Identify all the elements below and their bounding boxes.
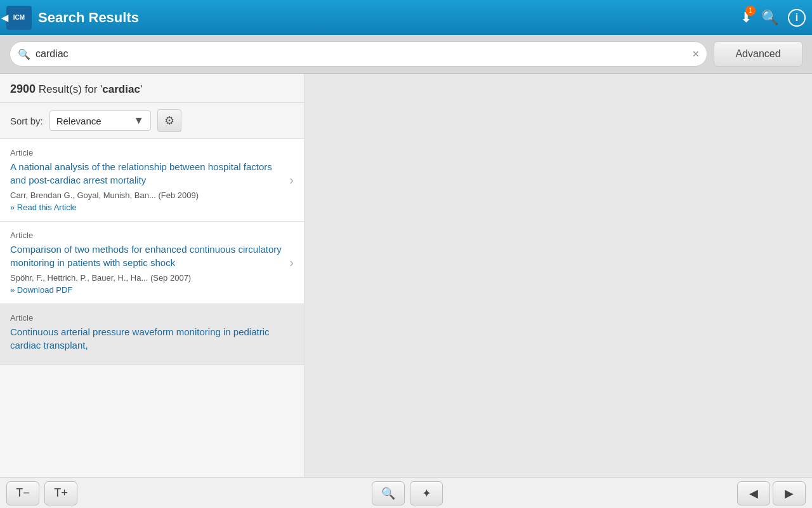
download-button[interactable]: ⬇ 1 [740, 10, 752, 26]
prev-icon: ◀ [749, 486, 758, 500]
action-icon: ✦ [422, 486, 431, 500]
search-box: 🔍 × [10, 41, 707, 67]
search-input[interactable] [36, 48, 692, 60]
prev-button[interactable]: ◀ [737, 481, 770, 505]
header-right: ⬇ 1 🔍 i [740, 9, 806, 27]
article-content: Article Continuous arterial pressure wav… [10, 313, 294, 356]
article-item[interactable]: Article A national analysis of the relat… [0, 139, 304, 222]
search-button[interactable]: 🔍 [761, 10, 778, 26]
article-title: A national analysis of the relationship … [10, 160, 284, 187]
info-icon: i [788, 9, 806, 27]
results-label: Result(s) for ' [39, 83, 103, 95]
results-closing: ' [140, 83, 142, 95]
increase-font-button[interactable]: T+ [44, 481, 77, 505]
next-button[interactable]: ▶ [773, 481, 806, 505]
left-panel: 2900 Result(s) for 'cardiac' Sort by: Re… [0, 74, 304, 477]
chevron-right-icon: › [289, 255, 294, 270]
article-read-link[interactable]: » Read this Article [10, 203, 284, 212]
download-badge: 1 [745, 6, 756, 16]
info-button[interactable]: i [788, 9, 806, 27]
settings-icon: ⚙ [164, 114, 174, 128]
article-type: Article [10, 313, 294, 323]
app-header: ◀ ICM Search Results ⬇ 1 🔍 i [0, 0, 812, 35]
page-title: Search Results [38, 10, 139, 26]
sort-settings-button[interactable]: ⚙ [157, 109, 181, 132]
chevron-down-icon: ▼ [134, 115, 144, 126]
sort-bar: Sort by: Relevance ▼ ⚙ [0, 103, 304, 139]
zoom-button[interactable]: 🔍 [372, 481, 405, 505]
sort-label: Sort by: [10, 116, 43, 126]
results-count: 2900 [10, 83, 36, 95]
next-icon: ▶ [785, 486, 794, 500]
search-icon: 🔍 [761, 10, 778, 25]
results-header: 2900 Result(s) for 'cardiac' [0, 74, 304, 103]
chevron-right-icon: › [289, 173, 294, 187]
article-type: Article [10, 148, 284, 157]
logo-text: ICM [13, 14, 25, 21]
results-query: cardiac [102, 83, 140, 95]
article-download-link[interactable]: » Download PDF [10, 285, 284, 295]
decrease-font-button[interactable]: T− [6, 481, 39, 505]
clear-search-button[interactable]: × [692, 48, 699, 61]
article-authors: Spöhr, F., Hettrich, P., Bauer, H., Ha..… [10, 273, 284, 283]
article-item[interactable]: Article Comparison of two methods for en… [0, 222, 304, 304]
app-logo: ◀ ICM [6, 6, 32, 30]
action-button[interactable]: ✦ [410, 481, 443, 505]
zoom-icon: 🔍 [381, 486, 395, 500]
article-item[interactable]: Article Continuous arterial pressure wav… [0, 304, 304, 365]
article-content: Article A national analysis of the relat… [10, 148, 284, 212]
advanced-button[interactable]: Advanced [714, 41, 802, 67]
article-title: Comparison of two methods for enhanced c… [10, 243, 284, 269]
nav-buttons: ◀ ▶ [737, 481, 806, 505]
right-panel [304, 74, 812, 477]
article-authors: Carr, Brendan G., Goyal, Munish, Ban... … [10, 190, 284, 200]
sort-current-value: Relevance [56, 116, 134, 126]
increase-font-icon: T+ [54, 486, 68, 500]
article-title: Continuous arterial pressure waveform mo… [10, 325, 294, 352]
decrease-font-icon: T− [16, 486, 30, 500]
bottom-toolbar: T− T+ 🔍 ✦ ◀ ▶ [0, 477, 812, 508]
sort-select[interactable]: Relevance ▼ [49, 110, 151, 131]
search-area: 🔍 × Advanced [0, 35, 812, 74]
article-type: Article [10, 231, 284, 240]
main-content: 2900 Result(s) for 'cardiac' Sort by: Re… [0, 74, 812, 477]
header-left: ◀ ICM Search Results [6, 6, 139, 30]
article-content: Article Comparison of two methods for en… [10, 231, 284, 295]
back-arrow-icon[interactable]: ◀ [1, 13, 8, 23]
search-field-icon: 🔍 [18, 48, 30, 60]
